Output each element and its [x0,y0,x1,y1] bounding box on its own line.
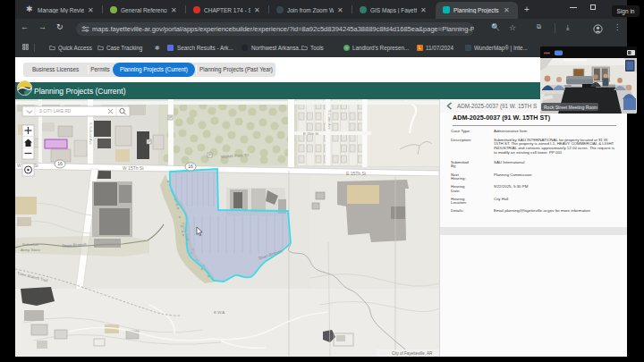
svg-text:S Curtis Ave: S Curtis Ave [327,110,332,130]
svg-text:E 15Th St: E 15Th St [346,171,367,176]
svg-text:Rock Street Meeting Room: Rock Street Meeting Room [544,105,597,110]
svg-text:Army Store: Army Store [21,248,41,252]
svg-text:S School Ave: S School Ave [89,122,93,146]
svg-text:P: P [148,139,150,144]
svg-text:E.W.A: E.W.A [214,310,225,315]
svg-text:W 15Th St: W 15Th St [123,165,144,171]
svg-text:16: 16 [57,161,63,166]
svg-text:City of Fayetteville, AR: City of Fayetteville, AR [392,351,433,356]
svg-text:P: P [169,115,172,120]
svg-text:S CITY LAKE RD: S CITY LAKE RD [39,109,72,114]
svg-text:P: P [208,153,211,157]
svg-text:E 16th St: E 16th St [303,131,319,136]
svg-text:Salvation: Salvation [22,242,39,247]
svg-text:16: 16 [188,164,193,169]
